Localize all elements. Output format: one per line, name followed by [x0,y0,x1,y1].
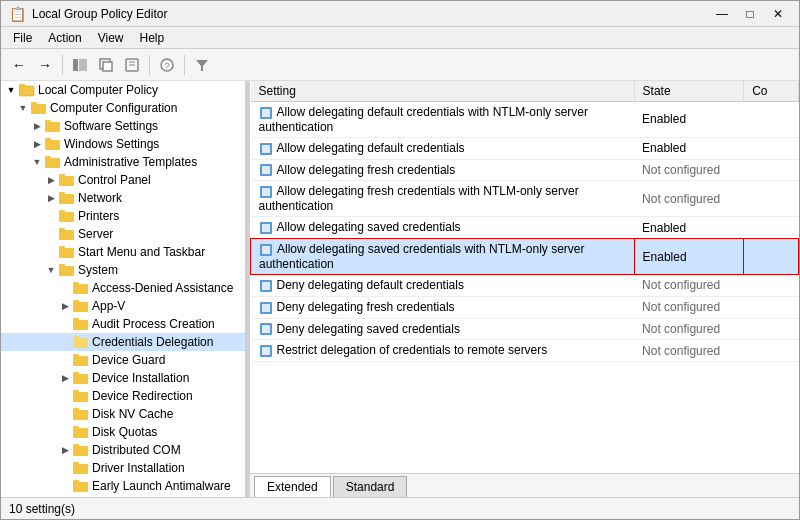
tree-item-18[interactable]: Disk Quotas [1,423,245,441]
maximize-button[interactable]: □ [737,4,763,24]
tree-item-6[interactable]: Printers [1,207,245,225]
table-row-1[interactable]: Allow delegating default credentialsEnab… [251,137,799,159]
tab-extended[interactable]: Extended [254,476,331,497]
tree-item-20[interactable]: Driver Installation [1,459,245,477]
tree-expander-8[interactable] [43,244,59,260]
close-button[interactable]: ✕ [765,4,791,24]
svg-rect-22 [59,174,65,178]
menu-item-help[interactable]: Help [132,29,173,47]
tree-expander-3[interactable]: ▼ [29,154,45,170]
svg-rect-82 [262,347,270,355]
cell-comment-9 [744,340,799,362]
new-window-button[interactable] [94,53,118,77]
root-expander[interactable]: ▼ [3,82,19,98]
tree-item-7[interactable]: Server [1,225,245,243]
table-row-5[interactable]: Allow delegating saved credentials with … [251,239,799,275]
tree-expander-7[interactable] [43,226,59,242]
tree-expander-11[interactable]: ▶ [57,298,73,314]
tree-item-1[interactable]: ▶ Software Settings [1,117,245,135]
table-row-0[interactable]: Allow delegating default credentials wit… [251,102,799,138]
back-button[interactable]: ← [7,53,31,77]
svg-rect-54 [73,462,79,466]
tree-expander-14[interactable] [57,352,73,368]
cell-setting-6: Deny delegating default credentials [251,274,635,296]
svg-rect-32 [59,264,65,268]
tree-expander-0[interactable]: ▼ [15,100,31,116]
tree-item-19[interactable]: ▶ Distributed COM [1,441,245,459]
tree-folder-icon-2 [45,136,61,152]
tree-item-12[interactable]: Audit Process Creation [1,315,245,333]
tree-item-4[interactable]: ▶ Control Panel [1,171,245,189]
table-row-2[interactable]: Allow delegating fresh credentialsNot co… [251,159,799,181]
col-state: State [634,81,744,102]
tree-expander-17[interactable] [57,406,73,422]
table-row-9[interactable]: Restrict delegation of credentials to re… [251,340,799,362]
tree-item-15[interactable]: ▶ Device Installation [1,369,245,387]
table-row-7[interactable]: Deny delegating fresh credentialsNot con… [251,296,799,318]
svg-rect-50 [73,426,79,430]
menu-item-file[interactable]: File [5,29,40,47]
tree-item-21[interactable]: Early Launch Antimalware [1,477,245,495]
cell-comment-6 [744,274,799,296]
tree-item-2[interactable]: ▶ Windows Settings [1,135,245,153]
tree-expander-12[interactable] [57,316,73,332]
svg-rect-16 [45,120,51,124]
table-row-6[interactable]: Deny delegating default credentialsNot c… [251,274,799,296]
table-row-3[interactable]: Allow delegating fresh credentials with … [251,181,799,217]
filter-button[interactable] [190,53,214,77]
tree-item-3[interactable]: ▼ Administrative Templates [1,153,245,171]
menu-item-action[interactable]: Action [40,29,89,47]
tab-standard[interactable]: Standard [333,476,408,497]
cell-state-9: Not configured [634,340,744,362]
tree-expander-4[interactable]: ▶ [43,172,59,188]
tree-expander-13[interactable] [57,334,73,350]
tree-folder-icon-9 [59,262,75,278]
tree-item-14[interactable]: Device Guard [1,351,245,369]
properties-button[interactable] [120,53,144,77]
tree-expander-20[interactable] [57,460,73,476]
tree-expander-16[interactable] [57,388,73,404]
tree-expander-21[interactable] [57,478,73,494]
tree-item-8[interactable]: Start Menu and Taskbar [1,243,245,261]
help-button[interactable]: ? [155,53,179,77]
cell-setting-3: Allow delegating fresh credentials with … [251,181,635,217]
tree-item-11[interactable]: ▶ App-V [1,297,245,315]
tree-expander-1[interactable]: ▶ [29,118,45,134]
root-label: Local Computer Policy [38,83,158,97]
settings-table[interactable]: Setting State Co Allow delegating defaul… [250,81,799,473]
svg-rect-68 [262,166,270,174]
tree-item-5[interactable]: ▶ Network [1,189,245,207]
tree-root[interactable]: ▼ Local Computer Policy [1,81,245,99]
tree-item-9[interactable]: ▼ System [1,261,245,279]
cell-state-4: Enabled [634,217,744,239]
tree-expander-19[interactable]: ▶ [57,442,73,458]
tree-expander-15[interactable]: ▶ [57,370,73,386]
tree-expander-5[interactable]: ▶ [43,190,59,206]
status-bar: 10 setting(s) [1,497,799,519]
tree-item-17[interactable]: Disk NV Cache [1,405,245,423]
menu-item-view[interactable]: View [90,29,132,47]
tree-folder-icon-7 [59,226,75,242]
left-panel[interactable]: ▼ Local Computer Policy ▼ Computer Confi… [1,81,246,497]
toolbar-separator-3 [184,55,185,75]
table-row-8[interactable]: Deny delegating saved credentialsNot con… [251,318,799,340]
tree-item-16[interactable]: Device Redirection [1,387,245,405]
tree-expander-6[interactable] [43,208,59,224]
tree-item-13[interactable]: Credentials Delegation [1,333,245,351]
minimize-button[interactable]: — [709,4,735,24]
tree-expander-18[interactable] [57,424,73,440]
tree-item-10[interactable]: Access-Denied Assistance [1,279,245,297]
forward-button[interactable]: → [33,53,57,77]
tree-label-4: Control Panel [78,173,151,187]
svg-rect-76 [262,282,270,290]
svg-rect-36 [73,300,79,304]
tree-expander-9[interactable]: ▼ [43,262,59,278]
cell-state-0: Enabled [634,102,744,138]
tree-expander-10[interactable] [57,280,73,296]
table-row-4[interactable]: Allow delegating saved credentialsEnable… [251,217,799,239]
tree-expander-2[interactable]: ▶ [29,136,45,152]
show-hide-button[interactable] [68,53,92,77]
svg-rect-52 [73,444,79,448]
tree-folder-icon-14 [73,352,89,368]
tree-item-0[interactable]: ▼ Computer Configuration [1,99,245,117]
